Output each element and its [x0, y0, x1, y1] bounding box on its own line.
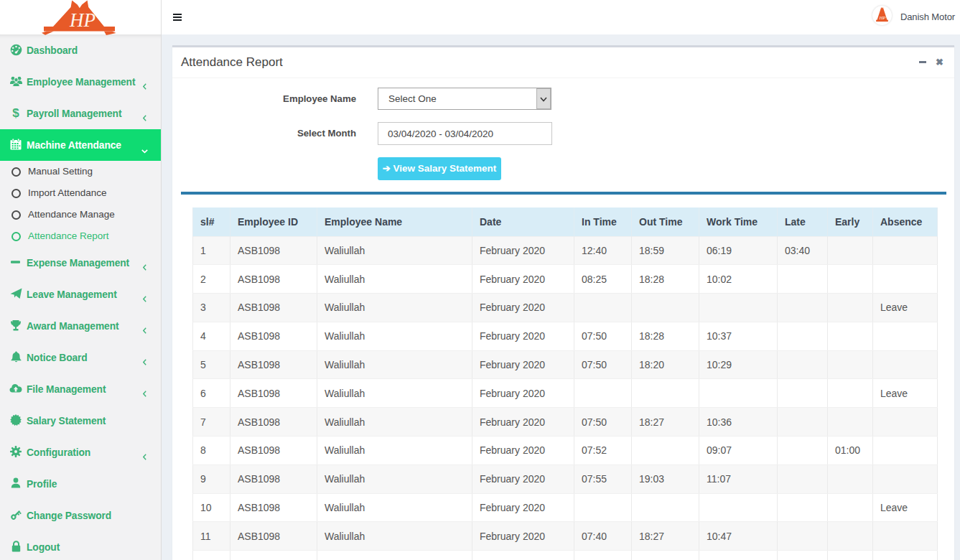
- svg-text:HP: HP: [69, 9, 95, 31]
- svg-text:HP: HP: [879, 15, 886, 20]
